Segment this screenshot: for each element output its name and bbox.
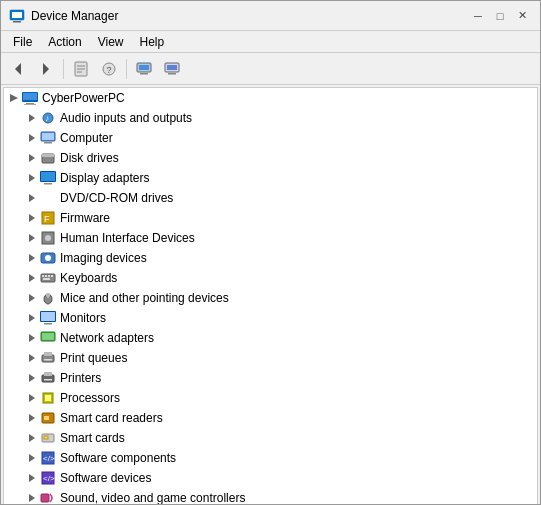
close-button[interactable]: ✕ bbox=[512, 6, 532, 26]
tree-item-printers[interactable]: Printers bbox=[4, 368, 537, 388]
tree-item-display[interactable]: Display adapters bbox=[4, 168, 537, 188]
expander-hid[interactable] bbox=[24, 230, 40, 246]
svg-rect-2 bbox=[13, 21, 21, 23]
expander-display[interactable] bbox=[24, 170, 40, 186]
svg-marker-89 bbox=[29, 494, 35, 502]
tree-item-hid[interactable]: Human Interface Devices bbox=[4, 228, 537, 248]
label-firmware: Firmware bbox=[60, 211, 110, 225]
expander-network[interactable] bbox=[24, 330, 40, 346]
expander-dvd[interactable] bbox=[24, 190, 40, 206]
expander-firmware[interactable] bbox=[24, 210, 40, 226]
expander-smart-card-readers[interactable] bbox=[24, 410, 40, 426]
maximize-button[interactable]: □ bbox=[490, 6, 510, 26]
icon-mice bbox=[40, 290, 56, 306]
expander-disk[interactable] bbox=[24, 150, 40, 166]
back-button[interactable] bbox=[5, 56, 31, 82]
toolbar-separator-1 bbox=[63, 59, 64, 79]
icon-software-components: </> bbox=[40, 450, 56, 466]
svg-marker-3 bbox=[15, 63, 21, 75]
svg-point-44 bbox=[45, 235, 51, 241]
tree-item-mice[interactable]: Mice and other pointing devices bbox=[4, 288, 537, 308]
svg-marker-32 bbox=[29, 174, 35, 182]
tree-item-sound[interactable]: Sound, video and game controllers bbox=[4, 488, 537, 505]
root-expander[interactable] bbox=[6, 90, 22, 106]
tree-item-keyboards[interactable]: Keyboards bbox=[4, 268, 537, 288]
svg-rect-79 bbox=[44, 416, 49, 420]
tree-root[interactable]: CyberPowerPC bbox=[4, 88, 537, 108]
svg-rect-90 bbox=[41, 494, 49, 502]
tree-item-firmware[interactable]: F Firmware bbox=[4, 208, 537, 228]
svg-marker-63 bbox=[29, 334, 35, 342]
icon-monitors bbox=[40, 310, 56, 326]
tree-item-smart-cards[interactable]: Smart cards bbox=[4, 428, 537, 448]
svg-rect-15 bbox=[167, 65, 177, 70]
svg-rect-53 bbox=[51, 275, 53, 277]
svg-rect-12 bbox=[139, 65, 149, 70]
icon-computer bbox=[40, 130, 56, 146]
svg-point-47 bbox=[45, 255, 51, 261]
tree-item-software-components[interactable]: </> Software components bbox=[4, 448, 537, 468]
icon-dvd bbox=[40, 190, 56, 206]
svg-rect-35 bbox=[44, 183, 52, 185]
expander-print-queues[interactable] bbox=[24, 350, 40, 366]
svg-rect-62 bbox=[44, 323, 52, 325]
help-button[interactable]: ? bbox=[96, 56, 122, 82]
icon-processors bbox=[40, 390, 56, 406]
svg-text:</>: </> bbox=[43, 474, 55, 483]
tree-item-processors[interactable]: Processors bbox=[4, 388, 537, 408]
expander-software-devices[interactable] bbox=[24, 470, 40, 486]
icon-smart-card-readers bbox=[40, 410, 56, 426]
tree-item-print-queues[interactable]: Print queues bbox=[4, 348, 537, 368]
svg-text:</>: </> bbox=[43, 454, 55, 463]
menu-view[interactable]: View bbox=[90, 33, 132, 51]
update-driver-button[interactable] bbox=[131, 56, 157, 82]
tree-item-network[interactable]: Network adapters bbox=[4, 328, 537, 348]
svg-marker-29 bbox=[29, 154, 35, 162]
expander-keyboards[interactable] bbox=[24, 270, 40, 286]
svg-marker-86 bbox=[29, 474, 35, 482]
tree-item-disk[interactable]: Disk drives bbox=[4, 148, 537, 168]
svg-rect-82 bbox=[44, 436, 48, 439]
expander-audio[interactable] bbox=[24, 110, 40, 126]
tree-item-dvd[interactable]: DVD/CD-ROM drives bbox=[4, 188, 537, 208]
svg-point-58 bbox=[46, 293, 50, 297]
svg-rect-34 bbox=[41, 172, 55, 181]
menu-action[interactable]: Action bbox=[40, 33, 89, 51]
expander-imaging[interactable] bbox=[24, 250, 40, 266]
expander-printers[interactable] bbox=[24, 370, 40, 386]
properties-button[interactable] bbox=[68, 56, 94, 82]
forward-button[interactable] bbox=[33, 56, 59, 82]
tree-item-audio[interactable]: ♪ Audio inputs and outputs bbox=[4, 108, 537, 128]
scan-button[interactable] bbox=[159, 56, 185, 82]
expander-smart-cards[interactable] bbox=[24, 430, 40, 446]
label-disk: Disk drives bbox=[60, 151, 119, 165]
label-network: Network adapters bbox=[60, 331, 154, 345]
expander-sound[interactable] bbox=[24, 490, 40, 505]
expander-mice[interactable] bbox=[24, 290, 40, 306]
expander-computer[interactable] bbox=[24, 130, 40, 146]
svg-rect-73 bbox=[44, 379, 52, 381]
label-audio: Audio inputs and outputs bbox=[60, 111, 192, 125]
menu-file[interactable]: File bbox=[5, 33, 40, 51]
label-processors: Processors bbox=[60, 391, 120, 405]
expander-monitors[interactable] bbox=[24, 310, 40, 326]
svg-marker-77 bbox=[29, 414, 35, 422]
label-sound: Sound, video and game controllers bbox=[60, 491, 245, 505]
expander-processors[interactable] bbox=[24, 390, 40, 406]
tree-item-software-devices[interactable]: </> Software devices bbox=[4, 468, 537, 488]
minimize-button[interactable]: ─ bbox=[468, 6, 488, 26]
icon-sound bbox=[40, 490, 56, 505]
device-tree[interactable]: CyberPowerPC ♪ Audio inputs and outputs … bbox=[3, 87, 538, 505]
tree-item-monitors[interactable]: Monitors bbox=[4, 308, 537, 328]
menu-bar: File Action View Help bbox=[1, 31, 540, 53]
svg-marker-36 bbox=[29, 194, 35, 202]
tree-item-computer[interactable]: Computer bbox=[4, 128, 537, 148]
tree-item-imaging[interactable]: Imaging devices bbox=[4, 248, 537, 268]
menu-help[interactable]: Help bbox=[132, 33, 173, 51]
icon-print-queues bbox=[40, 350, 56, 366]
svg-rect-52 bbox=[48, 275, 50, 277]
tree-item-smart-card-readers[interactable]: Smart card readers bbox=[4, 408, 537, 428]
svg-rect-21 bbox=[24, 104, 36, 105]
icon-keyboards bbox=[40, 270, 56, 286]
expander-software-components[interactable] bbox=[24, 450, 40, 466]
